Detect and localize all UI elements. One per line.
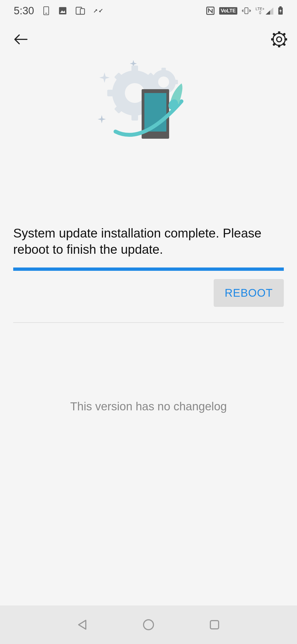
nav-home-button[interactable] [140,616,157,633]
svg-rect-13 [131,66,138,73]
changelog-area: This version has no changelog [13,323,284,413]
lte-signal-icon: LTE+ [255,7,273,15]
svg-point-11 [273,33,285,45]
nav-back-button[interactable] [74,616,91,633]
status-bar-left: 5:30 [14,5,103,17]
svg-rect-1 [45,13,47,13]
battery-charging-icon [278,6,283,15]
status-bar-right: VoLTE LTE+ [206,6,283,15]
svg-point-31 [144,620,153,630]
svg-rect-25 [149,80,154,84]
phone-lock-icon [42,6,50,15]
reboot-button[interactable]: REBOOT [214,279,284,307]
svg-point-10 [277,37,282,42]
svg-rect-2 [59,7,67,15]
update-status-message: System update installation complete. Ple… [13,225,284,258]
svg-point-27 [158,77,169,88]
svg-rect-5 [80,9,84,14]
gear-icon [271,31,287,47]
triangle-back-icon [76,619,89,631]
navigation-bar [0,605,297,644]
action-row: REBOOT [13,279,284,322]
image-icon [58,6,67,15]
volte-badge: VoLTE [219,7,237,15]
svg-rect-32 [210,621,219,629]
svg-rect-23 [161,68,166,73]
changelog-empty-text: This version has no changelog [13,400,284,413]
nav-recent-button[interactable] [206,616,223,633]
nfc-icon [206,6,215,15]
update-illustration [0,38,297,159]
main-content: System update installation complete. Ple… [0,159,297,413]
arrow-back-icon [13,34,28,45]
vibrate-icon [242,7,251,15]
svg-rect-7 [245,8,248,14]
svg-rect-26 [173,80,178,84]
collapse-icon [94,7,103,14]
square-recent-icon [209,619,220,631]
status-time: 5:30 [14,5,34,17]
circle-home-icon [142,618,155,631]
svg-rect-0 [44,7,49,15]
settings-button[interactable] [270,30,289,49]
app-header [0,21,297,54]
svg-rect-14 [131,113,138,121]
svg-rect-9 [279,6,282,7]
network-label: LTE+ [255,7,265,11]
devices-icon [75,6,85,15]
svg-rect-15 [107,90,115,96]
progress-bar [13,268,284,271]
back-button[interactable] [11,30,30,49]
status-bar: 5:30 VoLTE LTE+ [0,0,297,21]
